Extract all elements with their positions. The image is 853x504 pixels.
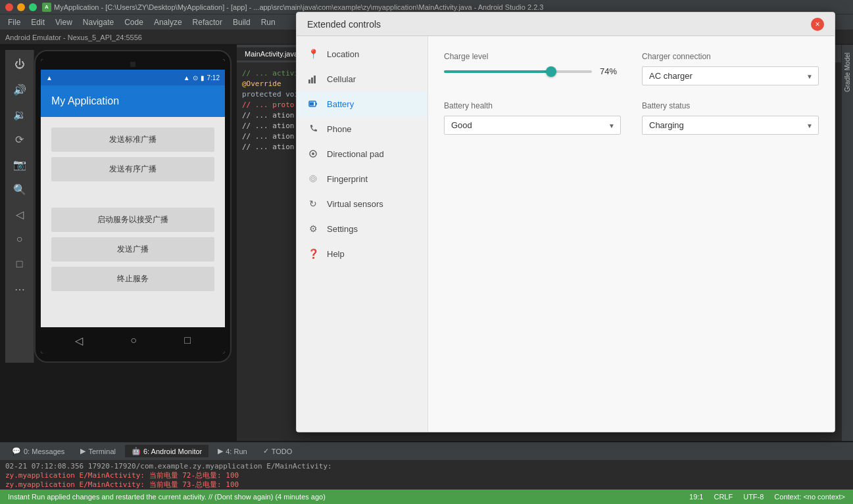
volume-down-button[interactable]: 🔉 xyxy=(8,103,32,126)
dialog-body: 📍 Location Cellular xyxy=(297,36,835,432)
phone-content[interactable]: 发送标准广播 发送有序广播 启动服务以接受广播 发送广播 终止服务 xyxy=(41,117,225,327)
app-icon: A xyxy=(42,3,51,12)
settings-icon: ⚙ xyxy=(307,223,319,235)
menu-navigate[interactable]: Navigate xyxy=(78,16,119,28)
battery-status-label: Battery status xyxy=(642,101,819,110)
charge-level-slider[interactable] xyxy=(444,70,592,73)
more-button[interactable]: ⋯ xyxy=(8,277,32,301)
slider-container: 74% xyxy=(444,66,621,76)
sidebar-label-phone: Phone xyxy=(327,124,352,134)
btn-standard-broadcast[interactable]: 发送标准广播 xyxy=(51,127,214,152)
tab-messages[interactable]: 💬 0: Messages xyxy=(5,445,71,457)
sidebar-item-location[interactable]: 📍 Location xyxy=(297,41,427,66)
sidebar-label-cellular: Cellular xyxy=(327,74,356,84)
charger-connection-dropdown[interactable]: AC charger ▼ xyxy=(642,66,819,85)
battery-health-col: Battery health Good ▼ xyxy=(444,101,621,135)
window-controls[interactable] xyxy=(5,3,37,11)
log-line-2: zy.myapplication E/MainActivity: 当前电量 72… xyxy=(5,471,848,480)
menu-edit[interactable]: Edit xyxy=(26,16,50,28)
battery-health-arrow-icon: ▼ xyxy=(608,122,615,129)
phone-nav-bar[interactable]: ◁ ○ □ xyxy=(41,327,225,354)
power-button[interactable]: ⏻ xyxy=(8,53,32,76)
window-close-icon[interactable] xyxy=(5,3,13,11)
square-nav-button[interactable]: □ xyxy=(8,252,32,276)
battery-status-arrow-icon: ▼ xyxy=(806,122,813,129)
sidebar-item-help[interactable]: ❓ Help xyxy=(297,241,427,266)
svg-rect-2 xyxy=(314,76,316,83)
battery-status-dropdown[interactable]: Charging ▼ xyxy=(642,116,819,135)
charger-connection-value: AC charger xyxy=(649,71,693,81)
menu-view[interactable]: View xyxy=(50,16,78,28)
home-button[interactable]: ○ xyxy=(130,334,137,346)
battery-health-label: Battery health xyxy=(444,101,621,110)
signal-icon: ▲ xyxy=(183,74,190,81)
btn-ordered-broadcast[interactable]: 发送有序广播 xyxy=(51,157,214,181)
charger-connection-arrow-icon: ▼ xyxy=(806,72,813,80)
sensors-icon: ↻ xyxy=(307,198,319,210)
sidebar-item-phone[interactable]: Phone xyxy=(297,116,427,141)
sidebar-label-sensors: Virtual sensors xyxy=(327,199,383,209)
volume-up-button[interactable]: 🔊 xyxy=(8,78,32,101)
home-nav-button[interactable]: ○ xyxy=(8,227,32,251)
dialog-title-bar: Extended controls × xyxy=(297,12,835,36)
phone-status-bar: ▲ ▲ ⊙ ▮ 7:12 xyxy=(41,70,225,85)
window-maximize-icon[interactable] xyxy=(29,3,37,11)
menu-build[interactable]: Build xyxy=(228,16,256,28)
rotate-button[interactable]: ⟳ xyxy=(8,127,32,151)
sidebar-label-location: Location xyxy=(327,49,359,59)
tab-run[interactable]: ▶ 4: Run xyxy=(211,445,253,457)
svg-point-7 xyxy=(312,152,314,155)
svg-rect-5 xyxy=(310,103,314,106)
instant-run-message: Instant Run applied changes and restarte… xyxy=(8,493,326,501)
sidebar-item-sensors[interactable]: ↻ Virtual sensors xyxy=(297,191,427,216)
bottom-bar: 💬 0: Messages ▶ Terminal 🤖 6: Android Mo… xyxy=(0,441,853,504)
tab-todo[interactable]: ✓ TODO xyxy=(256,445,299,457)
gradle-model-label[interactable]: Gradle Model xyxy=(842,47,852,97)
bottom-tabs: 💬 0: Messages ▶ Terminal 🤖 6: Android Mo… xyxy=(0,442,853,461)
phone-status-left: ▲ xyxy=(46,74,53,81)
screenshot-button[interactable]: 📷 xyxy=(8,152,32,176)
battery-health-dropdown[interactable]: Good ▼ xyxy=(444,116,621,135)
help-icon: ❓ xyxy=(307,248,319,260)
tab-terminal[interactable]: ▶ Terminal xyxy=(74,445,122,457)
battery-controls-main: Charge level 74% Charger connection AC c… xyxy=(428,36,835,432)
sidebar-item-battery[interactable]: Battery xyxy=(297,91,427,116)
sidebar-label-dpad: Directional pad xyxy=(327,149,384,159)
battery-status-col: Battery status Charging ▼ xyxy=(642,101,819,135)
battery-icon: ▮ xyxy=(201,74,205,81)
menu-code[interactable]: Code xyxy=(119,16,149,28)
sidebar-item-cellular[interactable]: Cellular xyxy=(297,66,427,91)
dialog-close-button[interactable]: × xyxy=(811,18,824,31)
menu-run[interactable]: Run xyxy=(256,16,281,28)
zoom-button[interactable]: 🔍 xyxy=(8,177,32,201)
btn-stop-service[interactable]: 终止服务 xyxy=(51,267,214,291)
sidebar-label-help: Help xyxy=(327,249,345,259)
sidebar-item-settings[interactable]: ⚙ Settings xyxy=(297,216,427,241)
phone-app-bar: My Application xyxy=(41,85,225,117)
recents-button[interactable]: □ xyxy=(184,334,191,346)
svg-rect-1 xyxy=(311,78,313,83)
dpad-icon xyxy=(307,148,319,160)
charge-level-value: 74% xyxy=(600,66,621,76)
position-indicator: 19:1 xyxy=(689,493,703,501)
btn-start-service[interactable]: 启动服务以接受广播 xyxy=(51,208,214,232)
btn-send-broadcast[interactable]: 发送广播 xyxy=(51,237,214,262)
window-minimize-icon[interactable] xyxy=(17,3,25,11)
status-line: Instant Run applied changes and restarte… xyxy=(0,490,853,504)
menu-file[interactable]: File xyxy=(3,16,26,28)
run-icon: ▶ xyxy=(218,447,223,455)
back-nav-button[interactable]: ◁ xyxy=(8,202,32,226)
line-ending: CRLF xyxy=(714,493,733,501)
android-icon: 🤖 xyxy=(132,447,141,455)
menu-analyze[interactable]: Analyze xyxy=(149,16,187,28)
sidebar-item-dpad[interactable]: Directional pad xyxy=(297,141,427,166)
charge-level-row: Charge level 74% Charger connection AC c… xyxy=(444,52,819,85)
sidebar-item-fingerprint[interactable]: Fingerprint xyxy=(297,166,427,191)
phone-screen: ▲ ▲ ⊙ ▮ 7:12 My Application xyxy=(41,59,225,354)
charset-indicator: UTF-8 xyxy=(743,493,764,501)
tab-android-monitor[interactable]: 🤖 6: Android Monitor xyxy=(125,445,208,457)
terminal-icon: ▶ xyxy=(80,447,85,455)
menu-refactor[interactable]: Refactor xyxy=(187,16,228,28)
back-button[interactable]: ◁ xyxy=(75,334,83,347)
charge-level-col: Charge level 74% xyxy=(444,52,621,85)
